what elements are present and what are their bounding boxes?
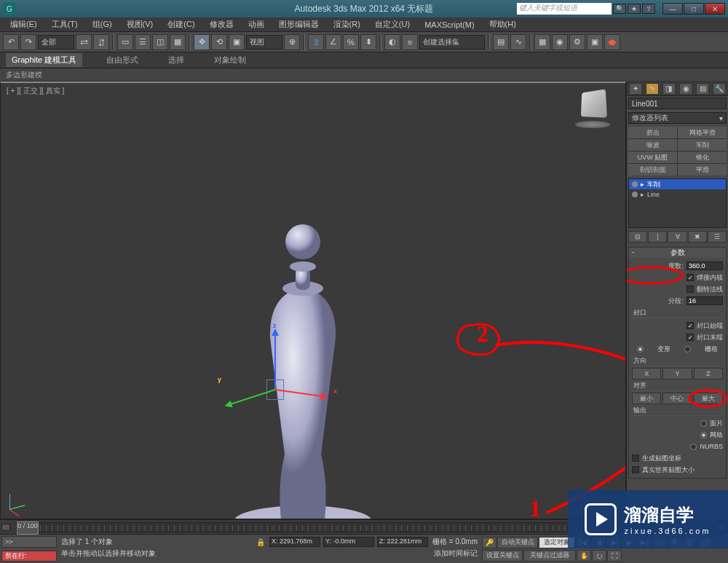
mod-btn-slice[interactable]: 剖切剖面 [628, 164, 677, 176]
redo-icon[interactable]: ↷ [20, 34, 36, 50]
close-button[interactable]: ✕ [705, 3, 725, 15]
ribbon-tab-graphite[interactable]: Graphite 建模工具 [6, 53, 82, 67]
menu-views[interactable]: 视图(V) [119, 19, 161, 30]
mod-btn-taper[interactable]: 锥化 [678, 151, 727, 163]
menu-tools[interactable]: 工具(T) [44, 19, 85, 30]
viewport-label[interactable]: [ + ][ 正交 ][ 真实 ] [7, 86, 64, 96]
select-region-icon[interactable]: ◫ [152, 34, 168, 50]
ribbon-tab-freeform[interactable]: 自由形式 [100, 53, 144, 67]
spinner-snap-icon[interactable]: ⬍ [360, 34, 376, 50]
selection-scope-dropdown[interactable]: 全部 [38, 35, 74, 50]
modifier-stack[interactable]: ▸ 车削 ▸ Line [628, 178, 727, 228]
radio-grid[interactable] [684, 346, 691, 353]
menu-customize[interactable]: 自定义(U) [368, 19, 417, 30]
link-icon[interactable]: ⮂ [76, 34, 92, 50]
checkbox-cap-end[interactable] [687, 334, 694, 341]
comm-center-icon[interactable]: ★ [628, 4, 641, 14]
visibility-icon[interactable] [632, 181, 638, 187]
viewcube-icon[interactable] [574, 90, 611, 127]
mod-btn-uvwmap[interactable]: UVW 贴图 [628, 151, 677, 163]
show-end-result-icon[interactable]: | [648, 231, 667, 243]
percent-snap-icon[interactable]: % [343, 34, 359, 50]
menu-edit[interactable]: 编辑(E) [3, 19, 44, 30]
menu-grapheditors[interactable]: 图形编辑器 [272, 19, 326, 30]
snap-toggle-icon[interactable]: 3 [308, 34, 324, 50]
time-marker[interactable]: 0 / 100 [17, 521, 39, 535]
help-search-input[interactable]: 键入关键字或短语 [517, 3, 612, 15]
pin-stack-icon[interactable]: ⊟ [628, 231, 647, 243]
ribbon-tab-selection[interactable]: 选择 [162, 53, 190, 67]
coord-z-field[interactable]: Z: 222.281mm [377, 537, 428, 547]
maxscript-mini-button[interactable]: >> [1, 536, 57, 548]
window-crossing-icon[interactable]: ▦ [170, 34, 186, 50]
ribbon-tab-paint[interactable]: 对象绘制 [208, 53, 252, 67]
listener-line-button[interactable]: 所在行: [1, 551, 57, 562]
configure-sets-icon[interactable]: ☰ [708, 231, 727, 243]
coord-x-field[interactable]: X: 2291.768m [269, 537, 320, 547]
undo-icon[interactable]: ↶ [3, 34, 19, 50]
checkbox-weld-core[interactable] [687, 274, 694, 281]
orbit-icon[interactable]: ⭮ [592, 550, 606, 562]
select-scale-icon[interactable]: ▣ [229, 34, 245, 50]
mod-btn-noise[interactable]: 噪波 [628, 139, 677, 151]
btn-align-center[interactable]: 中心 [662, 393, 692, 404]
transform-gizmo-icon[interactable]: z x y [219, 323, 336, 425]
make-unique-icon[interactable]: ∀ [668, 231, 687, 243]
named-selection-dropdown[interactable]: 创建选择集 [419, 35, 485, 50]
viewport-perspective[interactable]: [ + ][ 正交 ][ 真实 ] z x y [0, 82, 626, 519]
unlink-icon[interactable]: ⮃ [93, 34, 109, 50]
checkbox-cap-start[interactable] [687, 322, 694, 329]
render-icon[interactable]: 🫖 [604, 34, 620, 50]
tab-display-icon[interactable]: ▤ [696, 83, 709, 95]
menu-modifiers[interactable]: 修改器 [202, 19, 241, 30]
lock-icon[interactable]: 🔑 [482, 537, 496, 548]
autokey-button[interactable]: 自动关键点 [497, 537, 538, 548]
select-icon[interactable]: ▭ [117, 34, 133, 50]
menu-create[interactable]: 创建(C) [160, 19, 202, 30]
btn-align-max[interactable]: 最大 [694, 393, 723, 404]
render-setup-icon[interactable]: ⚙ [569, 34, 585, 50]
visibility-icon[interactable] [632, 192, 638, 197]
radio-patch[interactable] [700, 420, 707, 427]
btn-dir-z[interactable]: Z [694, 368, 723, 379]
tab-utilities-icon[interactable]: 🔧 [713, 83, 726, 95]
setkey-button[interactable]: 设置关键点 [482, 550, 523, 562]
spinner-segments[interactable]: 16 [687, 296, 723, 305]
help-icon[interactable]: 🔍 [613, 4, 626, 14]
checkbox-real-world[interactable] [632, 466, 639, 473]
add-time-tag[interactable]: 添加时间标记 [434, 548, 478, 559]
checkbox-gen-map[interactable] [632, 454, 639, 462]
curve-editor-icon[interactable]: ∿ [510, 34, 526, 50]
mod-btn-meshsmooth[interactable]: 网格平滑 [678, 127, 727, 138]
btn-align-min[interactable]: 最小 [632, 393, 661, 404]
menu-rendering[interactable]: 渲染(R) [326, 19, 368, 30]
remove-modifier-icon[interactable]: ✖ [688, 231, 707, 243]
select-move-icon[interactable]: ✥ [194, 34, 210, 50]
radio-nurbs[interactable] [690, 444, 697, 450]
rollout-header[interactable]: -参数 [629, 248, 726, 258]
mod-btn-smooth[interactable]: 平滑 [678, 164, 727, 176]
pan-icon[interactable]: ✋ [577, 550, 591, 562]
maximize-viewport-icon[interactable]: ⛶ [607, 550, 622, 562]
mod-btn-extrude[interactable]: 挤出 [628, 127, 677, 138]
tab-hierarchy-icon[interactable]: ◨ [662, 83, 676, 95]
tab-create-icon[interactable]: ✦ [629, 83, 642, 95]
menu-animation[interactable]: 动画 [241, 19, 272, 30]
stack-item-line[interactable]: ▸ Line [629, 189, 726, 200]
radio-morph[interactable] [637, 346, 644, 353]
coord-y-field[interactable]: Y: -0.0mm [323, 537, 374, 547]
material-editor-icon[interactable]: ◉ [552, 34, 568, 50]
align-icon[interactable]: ≡ [402, 34, 418, 50]
select-rotate-icon[interactable]: ⟲ [211, 34, 227, 50]
menu-help[interactable]: 帮助(H) [482, 19, 523, 30]
checkbox-flip-normals[interactable] [687, 286, 694, 293]
tab-modify-icon[interactable]: ✎ [646, 83, 659, 95]
menu-group[interactable]: 组(G) [85, 19, 119, 30]
select-name-icon[interactable]: ☰ [135, 34, 151, 50]
stack-item-lathe[interactable]: ▸ 车削 [629, 179, 726, 189]
radio-mesh[interactable] [700, 432, 707, 438]
refcoord-dropdown[interactable]: 视图 [246, 35, 282, 50]
mod-btn-lathe[interactable]: 车削 [678, 139, 727, 151]
object-name-field[interactable]: Line001 [628, 98, 727, 109]
modifier-list-dropdown[interactable]: 修改器列表▾ [628, 112, 727, 124]
